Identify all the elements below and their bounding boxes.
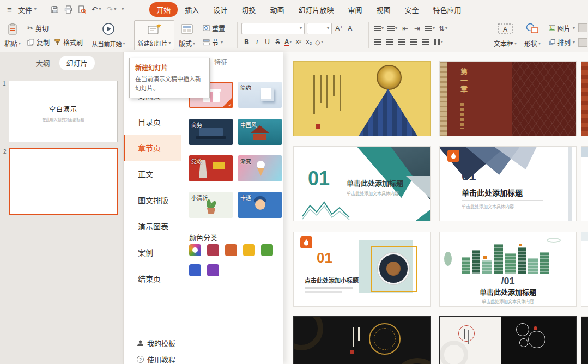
category-image-text[interactable]: 图文排版	[124, 187, 181, 214]
grow-font-button[interactable]: A⁺	[334, 22, 344, 34]
section-button[interactable]: 节▾	[201, 37, 233, 48]
columns-icon	[434, 39, 440, 45]
print-preview-button[interactable]	[75, 5, 89, 14]
style-thumb-party[interactable]: 党政	[189, 155, 233, 181]
template-card-dark-floral[interactable]	[439, 316, 577, 364]
chevron-down-icon: ▾	[573, 26, 575, 31]
align-right-button[interactable]	[397, 36, 407, 48]
numbered-list-button[interactable]: ▾	[386, 22, 398, 34]
quick-toolbar-more-button[interactable]: ▾	[119, 7, 126, 11]
color-swatch-orange[interactable]	[225, 244, 237, 256]
template-card-dark-gold[interactable]	[293, 316, 431, 364]
text-direction-button[interactable]: ⇅▾	[438, 22, 448, 34]
tab-slideshow[interactable]: 幻灯片放映	[291, 2, 341, 17]
chevron-down-icon: ▾	[514, 41, 517, 46]
undo-button[interactable]: ↶▾	[89, 5, 104, 14]
tab-view[interactable]: 视图	[369, 2, 397, 17]
tab-transition[interactable]: 切换	[234, 2, 263, 17]
template-card-teal-geometric[interactable]: 01 单击此处添加标题 单击此处添加文本具体内容	[293, 146, 431, 221]
font-color-button[interactable]: A▾	[283, 36, 293, 48]
columns-button[interactable]: ▾	[433, 36, 444, 48]
format-painter-button[interactable]: 格式刷	[52, 37, 85, 48]
bold-button[interactable]: B	[241, 36, 252, 48]
underline-button[interactable]: U	[262, 36, 272, 48]
save-button[interactable]	[48, 5, 62, 14]
gallery-filter-label[interactable]: 特征	[214, 57, 227, 66]
superscript-button[interactable]: X²	[293, 36, 304, 48]
layout-button[interactable]: 版式▾	[174, 20, 199, 50]
style-thumb-simple[interactable]: 简约	[238, 82, 282, 108]
new-slide-button[interactable]: 新建幻灯片▾	[134, 20, 174, 50]
redo-button[interactable]: ↷▾	[104, 5, 119, 14]
tab-design[interactable]: 设计	[206, 2, 234, 17]
style-thumb-fresh[interactable]: 小清新	[189, 192, 233, 218]
bullet-list-button[interactable]: ▾	[373, 22, 385, 34]
clear-format-button[interactable]: ◇▾	[314, 36, 324, 48]
tab-outline[interactable]: 大纲	[28, 56, 57, 70]
tab-home[interactable]: 开始	[149, 2, 178, 17]
color-swatch-green[interactable]	[261, 244, 273, 256]
align-left-button[interactable]	[373, 36, 383, 48]
slide-thumbnail-1[interactable]: 1 空白演示 在此输入您的封面副标题	[9, 81, 118, 142]
template-card-chapter-brown[interactable]: 第一章	[439, 61, 577, 136]
align-center-button[interactable]	[385, 36, 395, 48]
play-from-current-button[interactable]: 从当前开始▾	[89, 20, 128, 50]
tab-slides[interactable]: 幻灯片	[59, 56, 95, 70]
color-swatch-purple[interactable]	[207, 264, 219, 276]
clipped-template-card[interactable]	[581, 146, 588, 221]
slide-thumbnail-2[interactable]: 2	[9, 148, 118, 215]
picture-button[interactable]: 图片▾	[547, 22, 577, 34]
style-thumb-business[interactable]: 商务	[189, 119, 233, 145]
hamburger-icon[interactable]: ≡	[4, 5, 15, 14]
paste-button[interactable]: 粘贴▾	[1, 20, 24, 50]
category-body[interactable]: 正文	[124, 161, 181, 187]
template-card-coffee[interactable]: 01 点击此处添加小标题	[293, 232, 431, 307]
clipped-template-card[interactable]	[581, 316, 588, 364]
style-thumb-gradient[interactable]: 渐变	[238, 155, 282, 181]
template-card-imperial-yellow[interactable]	[293, 61, 431, 136]
template-card-polygon-flame[interactable]: 01 单击此处添加标题 单击此处添加文本具体内容	[439, 146, 577, 221]
tab-animation[interactable]: 动画	[263, 2, 291, 17]
shapes-button[interactable]: 形状▾	[519, 20, 545, 50]
category-toc[interactable]: 目录页	[124, 109, 181, 135]
tab-security[interactable]: 安全	[397, 2, 426, 17]
my-templates-button[interactable]: 我的模板	[137, 338, 175, 348]
justify-button[interactable]	[409, 36, 419, 48]
strikethrough-button[interactable]: S	[272, 36, 283, 48]
template-card-green-city[interactable]: /01 单击此处添加标题 单击此处添加文本具体内容	[439, 232, 577, 307]
category-charts[interactable]: 演示图表	[124, 214, 181, 240]
category-ending[interactable]: 结束页	[124, 266, 181, 292]
color-swatch-multicolor[interactable]	[189, 244, 201, 256]
font-size-select[interactable]: ▾	[307, 23, 332, 34]
file-menu[interactable]: 文件 ▾	[15, 4, 40, 15]
decrease-indent-button[interactable]: ⇤	[400, 22, 410, 34]
color-swatch-yellow[interactable]	[243, 244, 255, 256]
style-thumb-cartoon[interactable]: 卡通	[238, 192, 282, 218]
style-thumb-chinese[interactable]: 中国风	[238, 119, 282, 145]
line-spacing-button[interactable]: ▾	[424, 22, 436, 34]
clipped-template-card[interactable]	[581, 232, 588, 307]
tab-insert[interactable]: 插入	[178, 2, 206, 17]
print-button[interactable]	[62, 5, 75, 14]
increase-indent-button[interactable]: ⇥	[412, 22, 422, 34]
reset-button[interactable]: 重置	[201, 22, 233, 34]
font-name-select[interactable]: ▾	[241, 23, 305, 34]
copy-button[interactable]: 复制	[25, 37, 52, 48]
tab-special-apps[interactable]: 特色应用	[426, 2, 468, 17]
category-chapter[interactable]: 章节页	[124, 135, 181, 161]
distribute-button[interactable]	[421, 36, 431, 48]
tutorial-button[interactable]: ? 使用教程	[137, 354, 175, 364]
arrange-button[interactable]: 排列▾	[547, 37, 577, 48]
clipped-template-card[interactable]	[581, 61, 588, 136]
color-swatch-red[interactable]	[207, 244, 219, 256]
tab-review[interactable]: 审阅	[341, 2, 369, 17]
textbox-button[interactable]: A 文本框▾	[491, 20, 519, 50]
category-cases[interactable]: 案例	[124, 240, 181, 266]
cut-button[interactable]: ✂剪切	[25, 22, 51, 34]
chevron-down-icon: ▾	[289, 40, 292, 44]
new-slide-icon	[147, 23, 161, 36]
italic-button[interactable]: I	[252, 36, 262, 48]
color-swatch-blue[interactable]	[189, 264, 201, 276]
subscript-button[interactable]: X₂	[304, 36, 314, 48]
shrink-font-button[interactable]: A⁻	[347, 22, 357, 34]
